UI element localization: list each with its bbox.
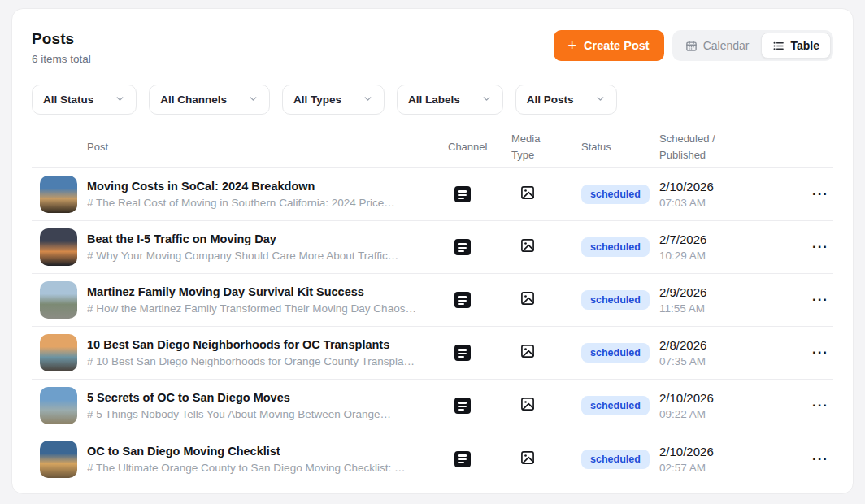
post-thumbnail [40,281,77,319]
scheduled-cell: 2/10/2026 09:22 AM [659,391,806,420]
table-row[interactable]: 10 Best San Diego Neighborhoods for OC T… [32,327,833,380]
media-type-cell [511,185,581,204]
post-cell: OC to San Diego Moving Checklist # The U… [87,445,448,474]
status-badge: scheduled [581,450,650,469]
image-media-icon [519,185,581,204]
blog-channel-icon [454,398,471,414]
media-type-cell [511,450,581,469]
page-title: Posts [32,30,91,48]
channel-cell [448,239,511,255]
more-options-button[interactable]: ··· [807,289,833,311]
scheduled-time: 02:57 AM [659,462,806,474]
posts-card: Posts 6 items total + Create Post Calend… [11,8,854,494]
more-options-button[interactable]: ··· [807,448,833,471]
more-options-button[interactable]: ··· [807,341,833,364]
filter-dropdown[interactable]: All Types [282,85,385,115]
filter-label: All Channels [160,93,227,106]
actions-cell: ··· [806,448,833,471]
create-post-button[interactable]: + Create Post [554,30,664,61]
filter-dropdown[interactable]: All Status [32,85,137,115]
scheduled-time: 07:03 AM [659,197,806,209]
actions-cell: ··· [806,289,833,311]
post-title: Moving Costs in SoCal: 2024 Breakdown [87,180,428,193]
scheduled-time: 10:29 AM [659,250,806,262]
post-title: OC to San Diego Moving Checklist [87,445,428,458]
post-cell: 10 Best San Diego Neighborhoods for OC T… [87,338,448,367]
post-subtitle: # The Real Cost of Moving in Southern Ca… [87,197,428,209]
post-thumb-cell [32,281,87,319]
filter-label: All Posts [527,93,574,106]
filter-dropdown[interactable]: All Labels [397,85,503,115]
status-badge: scheduled [581,290,650,310]
image-media-icon [519,237,581,257]
channel-cell [448,186,511,202]
col-post: Post [87,139,448,155]
more-options-button[interactable]: ··· [807,394,833,417]
status-cell: scheduled [581,237,659,257]
status-cell: scheduled [581,343,659,363]
table-row[interactable]: Moving Costs in SoCal: 2024 Breakdown # … [32,168,833,221]
media-type-cell [511,396,581,415]
post-subtitle: # Why Your Moving Company Should Care Mo… [87,250,428,262]
filter-label: All Types [293,93,341,106]
scheduled-date: 2/10/2026 [659,180,806,193]
table-header-row: Post Channel Media Type Status Scheduled… [32,131,833,168]
table-row[interactable]: Beat the I-5 Traffic on Moving Day # Why… [32,221,833,274]
post-thumb-cell [32,228,87,266]
status-badge: scheduled [581,396,650,415]
status-badge: scheduled [581,237,650,257]
blog-channel-icon [454,451,471,467]
chevron-down-icon [341,93,373,106]
post-cell: Moving Costs in SoCal: 2024 Breakdown # … [87,180,448,209]
status-badge: scheduled [581,185,650,204]
table-view-button[interactable]: Table [761,33,831,59]
scheduled-date: 2/8/2026 [659,338,806,352]
calendar-view-button[interactable]: Calendar [675,33,760,59]
scheduled-time: 07:35 AM [659,355,806,367]
scheduled-date: 2/10/2026 [659,445,806,458]
more-options-button[interactable]: ··· [807,183,833,206]
filter-label: All Labels [408,93,460,106]
blog-channel-icon [454,239,471,255]
actions-cell: ··· [806,394,833,417]
status-cell: scheduled [581,185,659,204]
blog-channel-icon [454,186,471,202]
more-options-button[interactable]: ··· [807,236,833,259]
chevron-down-icon [460,93,492,106]
chevron-down-icon [574,93,606,106]
post-subtitle: # How the Martinez Family Transformed Th… [87,302,428,315]
image-media-icon [519,290,581,310]
status-cell: scheduled [581,290,659,310]
image-media-icon [519,343,581,363]
scheduled-cell: 2/9/2026 11:55 AM [659,285,806,315]
post-cell: Martinez Family Moving Day Survival Kit … [87,285,448,315]
media-type-cell [511,290,581,310]
post-subtitle: # 10 Best San Diego Neighborhoods for Or… [87,355,428,367]
table-row[interactable]: OC to San Diego Moving Checklist # The U… [32,432,833,485]
posts-table: Post Channel Media Type Status Scheduled… [32,131,833,485]
post-cell: Beat the I-5 Traffic on Moving Day # Why… [87,232,448,262]
post-title: 5 Secrets of OC to San Diego Moves [87,391,428,404]
status-cell: scheduled [581,450,659,469]
table-row[interactable]: Martinez Family Moving Day Survival Kit … [32,274,833,327]
chevron-down-icon [227,93,259,106]
image-media-icon [519,450,581,469]
filter-dropdown[interactable]: All Posts [515,85,617,115]
col-media-type: Media Type [511,131,554,163]
table-row[interactable]: 5 Secrets of OC to San Diego Moves # 5 T… [32,380,833,432]
filter-bar: All Status All Channels All Types All La… [32,85,833,115]
filter-dropdown[interactable]: All Channels [149,85,270,115]
post-title: 10 Best San Diego Neighborhoods for OC T… [87,338,428,351]
scheduled-date: 2/7/2026 [659,232,806,246]
list-icon [772,40,785,52]
page-header: Posts 6 items total + Create Post Calend… [32,30,833,65]
media-type-cell [511,237,581,257]
actions-cell: ··· [806,341,833,364]
calendar-label: Calendar [703,39,750,52]
page-heading-group: Posts 6 items total [32,30,91,65]
scheduled-cell: 2/7/2026 10:29 AM [659,232,806,262]
channel-cell [448,292,511,308]
scheduled-time: 09:22 AM [659,408,806,420]
filter-label: All Status [43,93,93,106]
actions-cell: ··· [806,236,833,259]
